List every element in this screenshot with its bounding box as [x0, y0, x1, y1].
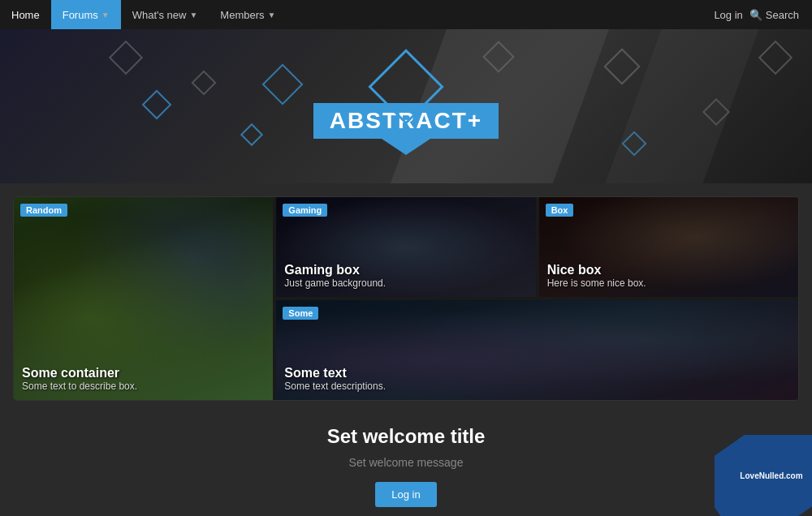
nav-right: Log in 🔍 Search	[714, 9, 812, 21]
card-gaming-info: Gaming box Just game background.	[284, 263, 386, 289]
card-gaming-title: Gaming box	[284, 263, 386, 277]
members-dropdown-arrow: ▼	[268, 11, 276, 19]
card-random-title: Some container	[22, 366, 137, 381]
welcome-title: Set welcome title	[26, 425, 786, 448]
welcome-section: Set welcome title Set welcome message Lo…	[13, 401, 799, 516]
nav-item-home[interactable]: Home	[0, 0, 51, 29]
logo-diamond-top	[378, 58, 434, 115]
main-content: Random Some container Some text to descr…	[0, 183, 812, 516]
card-random-desc: Some text to describe box.	[22, 381, 137, 392]
logo-diamond-bottom	[382, 139, 430, 155]
card-box-badge: Box	[546, 204, 574, 217]
card-some-title: Some text	[284, 366, 386, 381]
hero-logo: ABSTRACT+	[313, 58, 499, 155]
card-gaming-desc: Just game background.	[284, 277, 386, 289]
cards-grid: Random Some container Some text to descr…	[13, 196, 799, 401]
nav-item-members[interactable]: Members ▼	[209, 0, 287, 29]
navbar: Home Forums ▼ What's new ▼ Members ▼ Log…	[0, 0, 812, 29]
card-some-desc: Some text descriptions.	[284, 381, 386, 392]
card-gaming-badge: Gaming	[283, 204, 327, 217]
card-some[interactable]: Some Some text Some text descriptions.	[276, 300, 798, 400]
watermark: LoveNulled.com	[715, 435, 812, 516]
nav-search-link[interactable]: 🔍 Search	[749, 9, 799, 21]
hero-banner: ABSTRACT+	[0, 29, 812, 183]
card-box-info: Nice box Here is some nice box.	[547, 263, 646, 289]
card-gaming[interactable]: Gaming Gaming box Just game background.	[276, 197, 535, 297]
watermark-bg: LoveNulled.com	[715, 435, 812, 516]
nav-login-link[interactable]: Log in	[714, 9, 742, 21]
card-box[interactable]: Box Nice box Here is some nice box.	[539, 197, 798, 297]
card-box-title: Nice box	[547, 263, 646, 277]
card-random-info: Some container Some text to describe box…	[22, 366, 137, 392]
welcome-message: Set welcome message	[26, 456, 786, 469]
welcome-login-button[interactable]: Log in	[375, 482, 436, 507]
card-random[interactable]: Random Some container Some text to descr…	[14, 197, 273, 400]
card-random-badge: Random	[20, 204, 67, 217]
watermark-text: LoveNulled.com	[740, 471, 802, 480]
card-box-desc: Here is some nice box.	[547, 277, 646, 289]
nav-items: Home Forums ▼ What's new ▼ Members ▼	[0, 0, 714, 29]
card-some-info: Some text Some text descriptions.	[284, 366, 386, 392]
search-icon: 🔍	[749, 9, 762, 21]
whats-new-dropdown-arrow: ▼	[189, 11, 197, 19]
card-some-badge: Some	[283, 307, 318, 320]
nav-item-whats-new[interactable]: What's new ▼	[121, 0, 209, 29]
forums-dropdown-arrow: ▼	[102, 11, 110, 19]
nav-item-forums[interactable]: Forums ▼	[51, 0, 121, 29]
